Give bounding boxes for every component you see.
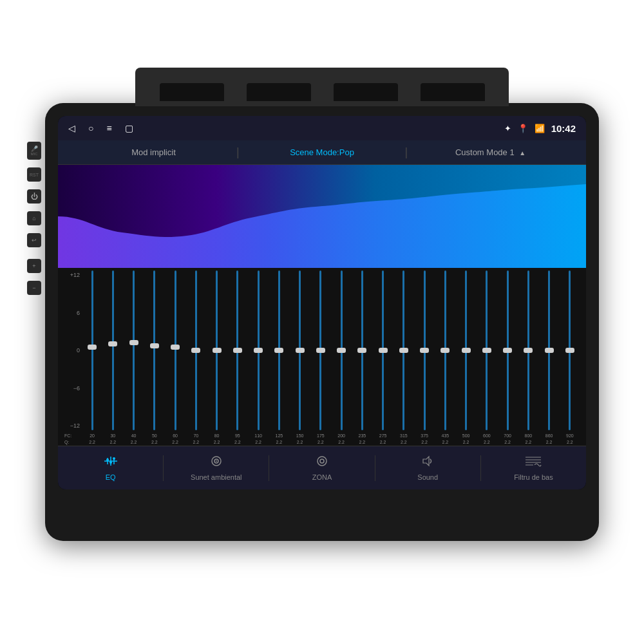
slider-thumb-60[interactable]: [171, 345, 180, 350]
slider-track-920[interactable]: [569, 270, 571, 430]
slider-thumb-40[interactable]: [129, 340, 138, 345]
slider-thumb-920[interactable]: [565, 348, 574, 353]
q-val-600: 2.2: [477, 440, 497, 444]
mode-custom[interactable]: Custom Mode 1 ▲: [408, 147, 573, 157]
slider-track-110[interactable]: [258, 270, 260, 430]
slider-track-70[interactable]: [195, 270, 197, 430]
slider-col-80[interactable]: [207, 268, 227, 433]
slider-thumb-80[interactable]: [213, 348, 222, 353]
slider-thumb-175[interactable]: [316, 348, 325, 353]
slider-track-150[interactable]: [299, 270, 301, 430]
sound-icon: [420, 455, 435, 471]
slider-track-95[interactable]: [236, 270, 238, 430]
slider-track-80[interactable]: [216, 270, 218, 430]
tab-sunet-label: Sunet ambiental: [191, 473, 242, 481]
slider-col-375[interactable]: [415, 268, 434, 433]
slider-track-375[interactable]: [424, 270, 426, 430]
slider-track-315[interactable]: [402, 270, 404, 430]
tab-sunet[interactable]: Sunet ambiental: [164, 451, 269, 485]
slider-thumb-435[interactable]: [440, 348, 450, 353]
volume-down-button[interactable]: −: [27, 281, 41, 295]
slider-track-500[interactable]: [465, 270, 467, 430]
back-nav-icon[interactable]: ◁: [68, 123, 75, 133]
slider-track-600[interactable]: [486, 270, 488, 430]
slider-thumb-95[interactable]: [233, 348, 242, 353]
slider-thumb-50[interactable]: [150, 343, 159, 348]
slider-col-30[interactable]: [103, 268, 122, 433]
slider-track-800[interactable]: [527, 270, 529, 430]
slider-track-125[interactable]: [278, 270, 280, 430]
tab-filtru[interactable]: Filtru de bas: [481, 451, 586, 485]
mic-button[interactable]: 🎤 MIC: [27, 142, 41, 160]
slider-col-600[interactable]: [477, 268, 497, 433]
slider-thumb-70[interactable]: [191, 348, 200, 353]
power-button[interactable]: ⏻: [27, 189, 41, 204]
slider-thumb-110[interactable]: [254, 348, 263, 353]
slider-col-150[interactable]: [290, 268, 310, 433]
mode-implicit[interactable]: Mod implicit: [71, 147, 236, 157]
slider-thumb-500[interactable]: [462, 348, 471, 353]
slider-track-20[interactable]: [91, 270, 93, 430]
slider-col-800[interactable]: [518, 268, 538, 433]
slider-thumb-700[interactable]: [503, 348, 512, 353]
slider-col-125[interactable]: [269, 268, 289, 433]
slider-track-235[interactable]: [361, 270, 363, 430]
rst-button[interactable]: RST: [27, 167, 41, 182]
slider-thumb-275[interactable]: [379, 348, 388, 353]
slider-col-500[interactable]: [457, 268, 476, 433]
slider-col-200[interactable]: [332, 268, 351, 433]
slider-col-860[interactable]: [540, 268, 559, 433]
slider-col-315[interactable]: [394, 268, 413, 433]
slider-col-920[interactable]: [560, 268, 580, 433]
slider-thumb-800[interactable]: [524, 348, 533, 353]
slider-track-175[interactable]: [319, 270, 321, 430]
tab-zona[interactable]: ZONA: [269, 451, 374, 485]
slider-thumb-150[interactable]: [296, 348, 305, 353]
q-val-800: 2.2: [518, 440, 538, 444]
slider-thumb-860[interactable]: [545, 348, 554, 353]
slider-col-235[interactable]: [352, 268, 372, 433]
mode-scene[interactable]: Scene Mode:Pop: [240, 147, 405, 157]
slider-col-275[interactable]: [374, 268, 393, 433]
slider-track-50[interactable]: [153, 270, 155, 430]
back-button[interactable]: ↩: [27, 233, 41, 247]
slider-track-700[interactable]: [507, 270, 509, 430]
slider-track-30[interactable]: [112, 270, 114, 430]
slider-col-50[interactable]: [145, 268, 164, 433]
slider-thumb-125[interactable]: [274, 348, 283, 353]
slider-col-110[interactable]: [249, 268, 268, 433]
slider-thumb-235[interactable]: [357, 348, 366, 353]
slider-col-95[interactable]: [228, 268, 247, 433]
slider-col-175[interactable]: [311, 268, 330, 433]
slider-col-40[interactable]: [124, 268, 144, 433]
slider-thumb-200[interactable]: [337, 348, 346, 353]
slider-thumb-30[interactable]: [108, 341, 117, 346]
slider-col-700[interactable]: [498, 268, 517, 433]
slider-track-860[interactable]: [548, 270, 550, 430]
q-val-125: 2.2: [269, 440, 289, 444]
home-nav-icon[interactable]: ○: [88, 123, 93, 133]
slider-thumb-20[interactable]: [88, 345, 97, 350]
slider-thumb-315[interactable]: [399, 348, 408, 353]
slider-track-200[interactable]: [341, 270, 343, 430]
tab-sound[interactable]: Sound: [375, 451, 480, 485]
slider-col-435[interactable]: [435, 268, 455, 433]
slider-track-60[interactable]: [175, 270, 176, 430]
fc-val-500: 500: [457, 433, 476, 438]
window-nav-icon[interactable]: ▢: [125, 123, 133, 133]
slider-col-60[interactable]: [166, 268, 185, 433]
volume-up-button[interactable]: +: [27, 259, 41, 273]
slider-col-20[interactable]: [82, 268, 102, 433]
slider-track-40[interactable]: [133, 270, 135, 430]
tab-eq[interactable]: EQ: [58, 451, 163, 485]
slider-thumb-600[interactable]: [482, 348, 491, 353]
slider-track-435[interactable]: [444, 270, 446, 430]
q-val-50: 2.2: [145, 440, 164, 444]
slider-col-70[interactable]: [186, 268, 205, 433]
slider-track-275[interactable]: [382, 270, 384, 430]
home-button[interactable]: ⌂: [27, 211, 41, 225]
menu-nav-icon[interactable]: ≡: [106, 123, 111, 133]
fc-val-235: 235: [352, 433, 372, 438]
fc-val-60: 60: [166, 433, 185, 438]
slider-thumb-375[interactable]: [420, 348, 429, 353]
